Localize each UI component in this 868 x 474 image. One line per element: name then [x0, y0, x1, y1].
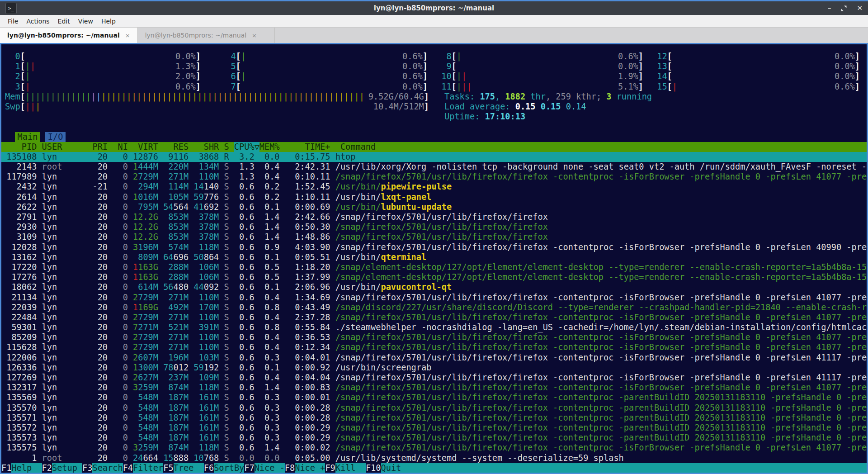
text-segment: 853M [168, 232, 189, 242]
process-row[interactable]: 126336lyn2001300M7801259192S0.6 0.10:00.… [1, 363, 867, 373]
mem-meter: Mem[||||||||||||||||||||||||||||||||||||… [5, 92, 429, 102]
col-shr[interactable]: SHR [193, 142, 219, 152]
col-virt[interactable]: VIRT [133, 142, 158, 152]
process-row[interactable]: 21134lyn2002729M271M110MS0.6 0.41:34.69/… [1, 293, 867, 303]
screen-tab-main[interactable]: Main [15, 132, 40, 142]
fkey-f4[interactable]: F4Filter [123, 463, 164, 473]
text-segment: 607M [138, 353, 158, 362]
process-row[interactable]: 2432lyn-210294M114M14140S0.6 0.21:52.45/… [1, 182, 867, 192]
terminal-tab-1[interactable]: lyn@lyn-b850mprors: ~/manual× [0, 28, 138, 43]
process-row[interactable]: 2622lyn200795M5456441692S0.6 0.10:00.69/… [1, 202, 867, 212]
col-s[interactable]: S [224, 142, 229, 152]
cell-res: 271M [163, 293, 189, 303]
cell-mem: 0.3 [259, 423, 280, 433]
cell-pri: 20 [92, 322, 108, 332]
cell-time: 2:06.96 [285, 282, 330, 292]
menu-item-help[interactable]: Help [97, 16, 120, 26]
restore-icon[interactable] [841, 5, 847, 11]
text-segment: 874M [168, 383, 189, 392]
process-row[interactable]: 117989lyn2002729M271M110MS1.3 0.40:10.11… [1, 172, 867, 182]
col-ni[interactable]: NI [113, 142, 128, 152]
fkey-f6[interactable]: F6SortBy [204, 463, 245, 473]
text-segment: 016M [138, 192, 158, 202]
process-row[interactable]: 135571lyn200548M187M161MS0.6 0.30:00.28/… [1, 413, 867, 423]
col-mem[interactable]: MEM% [259, 142, 280, 152]
process-row[interactable]: 17220lyn2001163G288M106MS0.6 0.51:18.20/… [1, 262, 867, 272]
process-row[interactable]: 59301lyn2007271M521M391MS0.6 0.80:55.84.… [1, 322, 867, 332]
meter-bars [241, 62, 402, 71]
close-icon[interactable]: ✕ [857, 5, 863, 12]
fkey-f7[interactable]: F7Nice - [244, 463, 285, 473]
terminal-tab-2[interactable]: lyn@lyn-b850mprors: ~/manual× [138, 28, 275, 43]
cell-cpu: 3.2 [234, 152, 255, 162]
cell-res: 271M [163, 332, 189, 342]
tab-close-icon[interactable]: × [252, 32, 257, 39]
tab-close-icon[interactable]: × [125, 32, 130, 39]
process-row[interactable]: 85209lyn2002729M271M110MS0.6 0.40:36.53/… [1, 332, 867, 342]
text-segment: 729M [138, 342, 158, 352]
cell-cpu: 0.6 [234, 403, 255, 413]
menu-item-file[interactable]: File [4, 16, 22, 26]
process-row[interactable]: 135108lyn2001287691163868R3.2 0.00:15.75… [1, 152, 867, 162]
fkey-f1[interactable]: F1Help [1, 463, 42, 473]
cell-ni: 0 [113, 293, 128, 303]
text-segment: 24 [133, 453, 143, 463]
cell-state: S [224, 242, 229, 252]
col-res[interactable]: RES [163, 142, 189, 152]
cell-mem: 0.4 [259, 342, 280, 352]
title-bar[interactable]: >_ lyn@lyn-b850mprors: ~/manual – ✕ [0, 1, 868, 15]
process-row[interactable]: 2614lyn2001016M105M59776S0.6 0.21:10.11/… [1, 192, 867, 202]
col-pri[interactable]: PRI [92, 142, 108, 152]
terminal[interactable]: 0[0.0%]4[|0.6%]8[|0.6%]12[0.0%]1[||1.3%]… [0, 43, 868, 474]
menu-item-edit[interactable]: Edit [54, 16, 74, 26]
process-row[interactable]: 135575lyn2003259M874M118MS0.6 1.40:00.02… [1, 443, 867, 453]
col-pid[interactable]: PID [1, 142, 37, 152]
fkey-f5[interactable]: F5Tree [163, 463, 204, 473]
process-row[interactable]: 12028lyn2003196M574M118MS0.6 0.94:03.90/… [1, 242, 867, 252]
cell-pid: 135108 [1, 152, 37, 162]
text-segment: 196M [168, 353, 189, 362]
process-row[interactable]: 2930lyn20012.2G853M378MS0.6 1.40:50.30/s… [1, 222, 867, 232]
process-row[interactable]: 13162lyn200809M6469650864S0.6 0.10:05.51… [1, 252, 867, 262]
process-row[interactable]: 17276lyn2001163G288M106MS0.6 0.51:37.99/… [1, 272, 867, 282]
col-command[interactable]: Command [335, 142, 867, 152]
bar-tick: | [25, 62, 30, 71]
fkey-f10[interactable]: F10Quit [366, 463, 411, 473]
process-row[interactable]: 22484lyn2002729M271M110MS0.6 0.42:37.28/… [1, 313, 867, 322]
col-time[interactable]: TIME+ [285, 142, 330, 152]
process-row[interactable]: 3109lyn20012.2G853M378MS0.6 1.41:48.86/s… [1, 232, 867, 242]
process-row[interactable]: 22039lyn2001169G492M170MS0.6 0.80:43.49/… [1, 303, 867, 313]
process-row[interactable]: 132317lyn2003259M874M118MS0.6 1.40:00.83… [1, 383, 867, 393]
col-user[interactable]: USER [42, 142, 93, 152]
process-row[interactable]: 135573lyn200548M187M161MS0.6 0.30:00.29/… [1, 433, 867, 443]
meter-inner: 0.0% [457, 62, 638, 71]
fkey-f2[interactable]: F2Setup [42, 463, 83, 473]
process-row[interactable]: 127269lyn2002627M237M109MS0.6 0.40:04.04… [1, 373, 867, 383]
fkey-f8[interactable]: F8Nice + [285, 463, 326, 473]
cell-cpu: 0.6 [234, 393, 255, 403]
process-row[interactable]: 18062lyn200614M5648044092S0.6 0.12:06.96… [1, 282, 867, 292]
menu-item-actions[interactable]: Actions [22, 16, 53, 26]
minimize-icon[interactable]: – [828, 5, 831, 12]
screen-tab-io[interactable]: I/O [45, 132, 66, 142]
process-row[interactable]: 135572lyn200548M187M161MS0.6 0.30:00.29/… [1, 423, 867, 433]
col-cpu[interactable]: CPU% [234, 142, 255, 152]
bracket: [ [236, 62, 241, 71]
process-row[interactable]: 2791lyn20012.2G853M378MS0.6 1.42:42.66/s… [1, 212, 867, 222]
process-row[interactable]: 115628lyn2002729M271M110MS0.6 0.40:12.34… [1, 342, 867, 352]
fkey-f9[interactable]: F9Kill [325, 463, 366, 473]
meter-label: 14 [652, 71, 667, 81]
process-row[interactable]: 122006lyn2002607M196M103MS0.6 0.30:04.01… [1, 353, 867, 363]
cell-pid: 2930 [1, 222, 37, 232]
bracket: ] [196, 52, 201, 62]
process-row[interactable]: 135570lyn200548M187M161MS0.6 0.30:00.28/… [1, 403, 867, 413]
menu-item-view[interactable]: View [74, 16, 97, 26]
text-segment: 103M [199, 353, 219, 362]
process-row[interactable]: 1root200246641588810768S0.0 0.00:05.00/u… [1, 453, 867, 463]
cell-command: /snap/firefox/5701/usr/lib/firefox/firef… [335, 242, 867, 252]
text-segment: /snap/element-desktop/127/opt/Element/el… [335, 272, 867, 282]
cpu-meter-8: 8[|0.6%] [436, 52, 643, 62]
process-row[interactable]: 135569lyn200548M187M161MS0.6 0.30:00.01/… [1, 393, 867, 403]
process-row[interactable]: 2143root2001444M220M134MS1.3 0.42:42.31/… [1, 162, 867, 172]
fkey-f3[interactable]: F3Search [82, 463, 123, 473]
